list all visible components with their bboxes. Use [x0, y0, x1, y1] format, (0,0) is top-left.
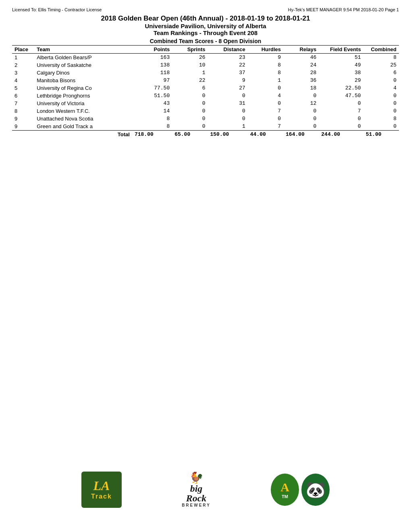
table-row: 9 Unattached Nova Scotia 8 0 0 0 0 0 8	[12, 115, 399, 123]
main-title: 2018 Golden Bear Open (46th Annual) - 20…	[12, 15, 399, 23]
la-track-logo: LA Track	[81, 472, 122, 508]
cell-distance: 27	[208, 84, 247, 92]
cell-team: University of Regina Co	[34, 84, 132, 92]
cell-points: 163	[132, 54, 172, 62]
cell-field: 29	[319, 77, 363, 84]
cell-field: 51	[319, 54, 363, 62]
cell-field: 49	[319, 61, 363, 69]
table-row: 1 Alberta Golden Bears/P 163 26 23 9 46 …	[12, 54, 399, 62]
cell-combined: 8	[363, 54, 399, 62]
cell-team: Unattached Nova Scotia	[34, 115, 132, 123]
software-text: Hy-Tek's MEET MANAGER 9:54 PM 2018-01-20…	[288, 7, 399, 12]
col-field: Field Events	[319, 46, 363, 54]
col-points: Points	[132, 46, 172, 54]
cell-distance: 0	[208, 107, 247, 115]
total-sprints: 65.00	[172, 131, 208, 139]
cell-combined: 25	[363, 61, 399, 69]
cell-team: Alberta Golden Bears/P	[34, 54, 132, 62]
cell-hurdles: 9	[248, 54, 283, 62]
sub-title2: Team Rankings - Through Event 208	[12, 29, 399, 36]
cell-sprints: 0	[172, 100, 208, 107]
cell-relays: 24	[283, 61, 319, 69]
table-row: 4 Manitoba Bisons 97 22 9 1 36 29 0	[12, 77, 399, 84]
cell-distance: 37	[208, 69, 247, 77]
la-letters: LA	[93, 479, 110, 492]
cell-combined: 0	[363, 123, 399, 131]
bigrock-line3: BREWERY	[182, 503, 211, 507]
cell-team: Lethbridge Pronghorns	[34, 92, 132, 100]
cell-field: 47.50	[319, 92, 363, 100]
cell-sprints: 1	[172, 69, 208, 77]
cell-place: 2	[12, 61, 34, 69]
cell-distance: 22	[208, 61, 247, 69]
cell-points: 51.50	[132, 92, 172, 100]
license-text: Licensed To: Ellis Timing - Contractor L…	[12, 7, 102, 12]
rooster-icon: 🐓	[189, 472, 203, 484]
cell-relays: 36	[283, 77, 319, 84]
total-label: Total	[12, 131, 132, 139]
cell-points: 8	[132, 123, 172, 131]
bigrock-logo: 🐓 big Rock BREWERY	[170, 472, 222, 508]
total-points: 718.00	[132, 131, 172, 139]
table-header-row: Place Team Points Sprints Distance Hurdl…	[12, 46, 399, 54]
cell-relays: 0	[283, 107, 319, 115]
cell-hurdles: 0	[248, 100, 283, 107]
header-bar: Licensed To: Ellis Timing - Contractor L…	[12, 7, 399, 12]
table-row: 2 University of Saskatche 138 10 22 8 24…	[12, 61, 399, 69]
cell-combined: 4	[363, 84, 399, 92]
cell-place: 1	[12, 54, 34, 62]
cell-points: 138	[132, 61, 172, 69]
total-relays: 164.00	[283, 131, 319, 139]
cell-sprints: 0	[172, 107, 208, 115]
cell-sprints: 0	[172, 92, 208, 100]
cell-place: 7	[12, 100, 34, 107]
panda-icon: 🐼	[305, 480, 326, 499]
cell-points: 77.50	[132, 84, 172, 92]
table-row: 8 London Western T.F.C. 14 0 0 7 0 7 0	[12, 107, 399, 115]
logos-section: LA Track 🐓 big Rock BREWERY A TM 🐼	[0, 472, 411, 508]
cell-place: 3	[12, 69, 34, 77]
cell-sprints: 10	[172, 61, 208, 69]
table-row: 3 Calgary Dinos 118 1 37 8 28 38 6	[12, 69, 399, 77]
cell-combined: 0	[363, 107, 399, 115]
col-team: Team	[34, 46, 132, 54]
cell-distance: 0	[208, 115, 247, 123]
total-hurdles: 44.00	[248, 131, 283, 139]
cell-hurdles: 4	[248, 92, 283, 100]
cell-sprints: 0	[172, 123, 208, 131]
cell-hurdles: 0	[248, 84, 283, 92]
cell-hurdles: 8	[248, 69, 283, 77]
cell-distance: 1	[208, 123, 247, 131]
cell-combined: 0	[363, 100, 399, 107]
cell-combined: 8	[363, 115, 399, 123]
col-relays: Relays	[283, 46, 319, 54]
cell-sprints: 6	[172, 84, 208, 92]
cell-field: 0	[319, 115, 363, 123]
cell-hurdles: 8	[248, 61, 283, 69]
cell-place: 9	[12, 123, 34, 131]
cell-points: 8	[132, 115, 172, 123]
cell-place: 9	[12, 115, 34, 123]
panda-logo: 🐼	[301, 474, 330, 506]
cell-relays: 12	[283, 100, 319, 107]
bear-letter: A	[280, 480, 289, 494]
cell-team: Manitoba Bisons	[34, 77, 132, 84]
alberta-logos: A TM 🐼	[271, 474, 330, 506]
cell-distance: 0	[208, 92, 247, 100]
table-row: 5 University of Regina Co 77.50 6 27 0 1…	[12, 84, 399, 92]
cell-distance: 9	[208, 77, 247, 84]
cell-points: 43	[132, 100, 172, 107]
cell-sprints: 22	[172, 77, 208, 84]
cell-relays: 28	[283, 69, 319, 77]
scores-table: Place Team Points Sprints Distance Hurdl…	[12, 45, 399, 138]
cell-relays: 0	[283, 115, 319, 123]
cell-distance: 23	[208, 54, 247, 62]
bigrock-line1: big	[190, 484, 203, 493]
total-field: 244.00	[319, 131, 363, 139]
cell-place: 5	[12, 84, 34, 92]
cell-combined: 6	[363, 69, 399, 77]
title-section: 2018 Golden Bear Open (46th Annual) - 20…	[12, 15, 399, 36]
cell-field: 7	[319, 107, 363, 115]
col-distance: Distance	[208, 46, 247, 54]
cell-place: 8	[12, 107, 34, 115]
